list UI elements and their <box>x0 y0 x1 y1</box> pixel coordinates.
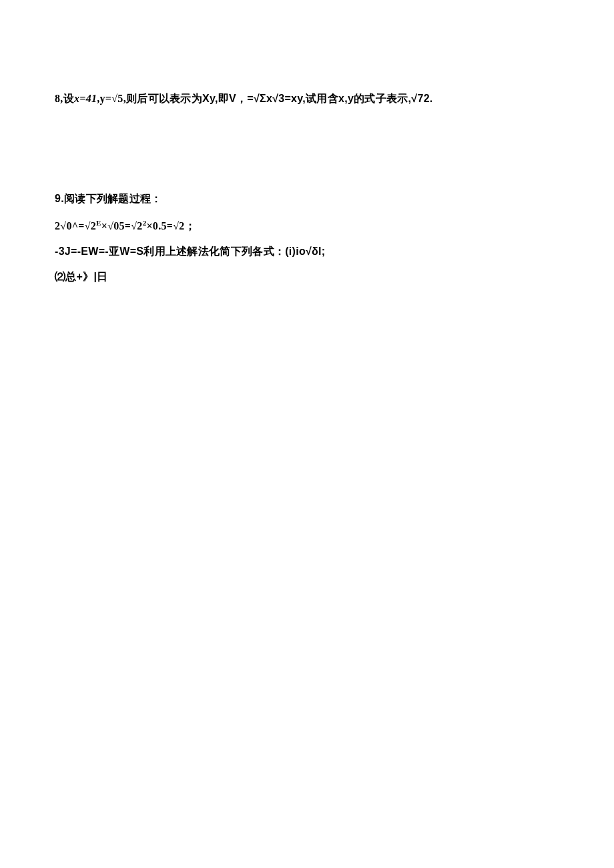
problem-9-line-b-text: -3J=-EW=-亚W=S利用上述解法化简下列各式：(i)io√δl; <box>55 246 325 257</box>
problem-8-prefix: 8, <box>55 93 63 104</box>
problem-8-expr1c: √5, <box>111 93 126 104</box>
problem-8-then: 则后可以表示为Xy,即V，=√Σx√3=xy, <box>126 93 306 104</box>
problem-9-header-text: 9.阅读下列解题过程： <box>55 193 162 204</box>
problem-9-line-c: ⑵总+》|日 <box>55 269 562 285</box>
problem-8-expr1a: x=41 <box>74 93 97 104</box>
problem-9-line-a: 2√0^=√2E×√05=√22×0.5=√2； <box>55 218 562 234</box>
problem-9-line-a-part2: ×√05=√2 <box>101 220 143 232</box>
problem-9-line-c-text: ⑵总+》|日 <box>55 271 108 282</box>
problem-8: 8,设x=41,y=√5,则后可以表示为Xy,即V，=√Σx√3=xy,试用含x… <box>55 91 562 107</box>
problem-9-line-b: -3J=-EW=-亚W=S利用上述解法化简下列各式：(i)io√δl; <box>55 244 562 260</box>
document-content: 8,设x=41,y=√5,则后可以表示为Xy,即V，=√Σx√3=xy,试用含x… <box>55 91 562 285</box>
problem-8-set: 设 <box>63 93 74 104</box>
problem-8-expr1b: ,y= <box>97 93 111 104</box>
problem-9-header: 9.阅读下列解题过程： <box>55 191 562 207</box>
problem-9-line-a-sup: E <box>96 219 101 227</box>
problem-9-line-a-part1: 2√0^=√2 <box>55 220 96 232</box>
problem-9-line-a-part3: ×0.5=√2； <box>146 220 195 232</box>
problem-8-try: 试用含x,y的式子表示,√72. <box>306 93 433 104</box>
